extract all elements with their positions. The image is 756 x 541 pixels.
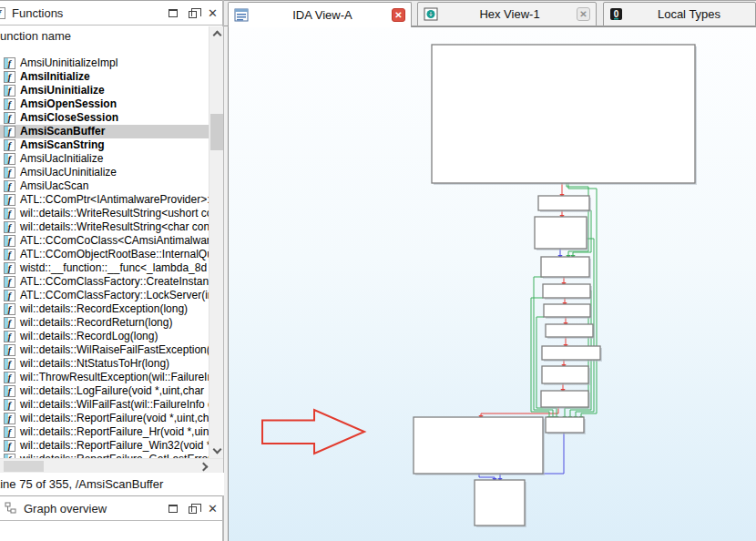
view-tabbar: IDA View-A✕Hex View-1✕0Local Types xyxy=(224,0,756,26)
annotation-arrow xyxy=(262,410,364,454)
graph-overview-icon xyxy=(5,502,17,515)
function-name: wil::details::RecordLog(long) xyxy=(20,330,158,343)
function-row[interactable]: fAmsiUacScan xyxy=(0,179,209,193)
function-icon: f xyxy=(4,426,15,438)
local-types-icon: 0 xyxy=(609,7,625,22)
function-row[interactable]: fATL::CComClassFactory::LockServer(int xyxy=(0,289,209,302)
function-name: wil::details::LogFailure(void *,uint,cha… xyxy=(20,384,204,398)
function-row[interactable]: fwistd::__function::__func<_lambda_8d xyxy=(0,261,209,275)
function-row[interactable]: fAmsiOpenSession xyxy=(0,97,209,111)
function-icon: f xyxy=(4,85,15,97)
function-row[interactable]: fAmsiScanString xyxy=(0,138,209,152)
graph-overview-titlebar[interactable]: Graph overview ✕ xyxy=(0,495,222,521)
function-row[interactable]: fwil::details::RecordReturn(long) xyxy=(0,316,209,330)
horizontal-scrollbar[interactable] xyxy=(0,458,223,473)
svg-text:0: 0 xyxy=(614,9,619,19)
function-icon: f xyxy=(4,344,15,356)
function-icon: f xyxy=(4,153,15,165)
tab-hex-view-1[interactable]: Hex View-1✕ xyxy=(417,2,597,26)
graph-node[interactable] xyxy=(432,45,695,183)
tab-local-types[interactable]: 0Local Types xyxy=(603,2,756,26)
scroll-down-icon[interactable] xyxy=(209,444,224,458)
function-name: AmsiUacUninitialize xyxy=(20,166,117,179)
graph-node[interactable] xyxy=(544,304,590,317)
functions-panel-title: Functions xyxy=(12,6,63,20)
function-row[interactable]: fwil::details::WriteResultString<char co… xyxy=(0,220,209,234)
function-icon: f xyxy=(4,399,15,411)
function-row[interactable]: fwil::details::ReportFailure_Hr(void *,u… xyxy=(0,425,209,439)
horizontal-scrollbar-thumb[interactable] xyxy=(4,461,44,472)
scroll-right-icon[interactable] xyxy=(198,459,212,474)
function-icon: f xyxy=(4,262,15,274)
vertical-scrollbar[interactable] xyxy=(209,26,223,458)
graph-node[interactable] xyxy=(541,257,589,277)
function-icon: f xyxy=(4,194,15,206)
function-name: AmsiScanString xyxy=(20,138,105,152)
function-row[interactable]: fwil::details::WriteResultString<ushort … xyxy=(0,207,209,220)
graph-node[interactable] xyxy=(542,366,588,383)
function-icon: f xyxy=(4,317,15,329)
function-icon: f xyxy=(4,385,15,397)
graph-node[interactable] xyxy=(535,217,587,249)
float-window-icon[interactable] xyxy=(189,506,197,514)
graph-node[interactable] xyxy=(414,417,543,474)
function-row[interactable]: fATL::CComClassFactory::CreateInstanc xyxy=(0,275,209,289)
close-icon[interactable]: ✕ xyxy=(208,8,218,18)
function-name: ATL::CComClassFactory::CreateInstanc xyxy=(20,275,209,289)
function-row[interactable]: fATL::CComCoClass<CAmsiAntimalware, xyxy=(0,234,209,248)
function-row[interactable]: fAmsiUacInitialize xyxy=(0,152,209,166)
vertical-scrollbar-thumb[interactable] xyxy=(210,114,223,150)
function-name-column-header[interactable]: Function name xyxy=(0,26,209,45)
function-icon: f xyxy=(4,276,15,288)
function-name: wil::details::WriteResultString<char con xyxy=(20,220,209,234)
function-row[interactable]: fATL::CComPtr<IAntimalwareProvider>:: xyxy=(0,193,209,207)
function-row[interactable]: fwil::details::ReportFailure_Win32(void … xyxy=(0,439,209,453)
function-name: wil::details::ReportFailure_Hr(void *,ui… xyxy=(20,425,209,439)
function-icon: f xyxy=(4,71,15,83)
function-name: wil::details::ReportFailure(void *,uint,… xyxy=(20,412,209,425)
functions-titlebar[interactable]: f Functions ✕ xyxy=(0,0,222,26)
function-row[interactable]: fwil::details::RecordException(long) xyxy=(0,302,209,316)
tab-ida-view-a[interactable]: IDA View-A✕ xyxy=(228,2,412,27)
function-row[interactable]: fAmsiScanBuffer xyxy=(0,125,209,138)
function-icon: f xyxy=(4,235,15,247)
function-row[interactable]: fwil::details::ReportFailure(void *,uint… xyxy=(0,412,209,425)
function-row[interactable]: fAmsiUninitializeImpl xyxy=(0,56,209,70)
function-name: wil::details::WriteResultString<ushort c… xyxy=(20,207,209,220)
function-row[interactable]: fwil::ThrowResultException(wil::FailureI… xyxy=(0,371,209,384)
function-icon: f xyxy=(4,180,15,192)
function-row[interactable]: fAmsiUacUninitialize xyxy=(0,166,209,179)
hex-view-icon xyxy=(424,7,439,22)
function-row[interactable]: fATL::CComObjectRootBase::InternalQu xyxy=(0,248,209,261)
graph-node[interactable] xyxy=(538,196,589,210)
ida-graph-canvas[interactable] xyxy=(228,26,756,541)
graph-node[interactable] xyxy=(546,417,584,433)
function-row[interactable]: fAmsiInitialize xyxy=(0,70,209,84)
maximize-icon[interactable] xyxy=(169,9,178,17)
function-name: AmsiUninitializeImpl xyxy=(20,56,117,70)
graph-node[interactable] xyxy=(475,480,525,526)
function-icon: f xyxy=(4,331,15,342)
function-row[interactable]: fwil::details::RecordLog(long) xyxy=(0,330,209,343)
function-row[interactable]: fAmsiUninitialize xyxy=(0,84,209,97)
function-row[interactable]: fAmsiCloseSession xyxy=(0,111,209,125)
function-icon: f xyxy=(4,413,15,424)
function-icon: f xyxy=(4,290,15,301)
close-icon[interactable]: ✕ xyxy=(208,504,218,514)
graph-overview-panel: Graph overview ✕ xyxy=(0,495,224,541)
graph-node[interactable] xyxy=(546,324,593,337)
float-window-icon[interactable] xyxy=(189,11,197,18)
function-row[interactable]: fwil::details::NtStatusToHr(long) xyxy=(0,357,209,371)
function-row[interactable]: fwil::details::WilFailFast(wil::FailureI… xyxy=(0,398,209,412)
graph-node[interactable] xyxy=(542,346,600,360)
function-name: wil::details::RecordReturn(long) xyxy=(20,316,172,330)
maximize-icon[interactable] xyxy=(169,505,178,513)
function-name: AmsiUninitialize xyxy=(20,84,105,97)
function-row[interactable]: fwil::details::LogFailure(void *,uint,ch… xyxy=(0,384,209,398)
tab-close-icon[interactable]: ✕ xyxy=(577,7,590,21)
graph-node[interactable] xyxy=(541,391,588,407)
tab-close-icon[interactable]: ✕ xyxy=(392,8,405,22)
scroll-up-icon[interactable] xyxy=(209,26,224,41)
graph-node[interactable] xyxy=(543,284,590,298)
function-row[interactable]: fwil::details::WilRaiseFailFastException… xyxy=(0,343,209,357)
